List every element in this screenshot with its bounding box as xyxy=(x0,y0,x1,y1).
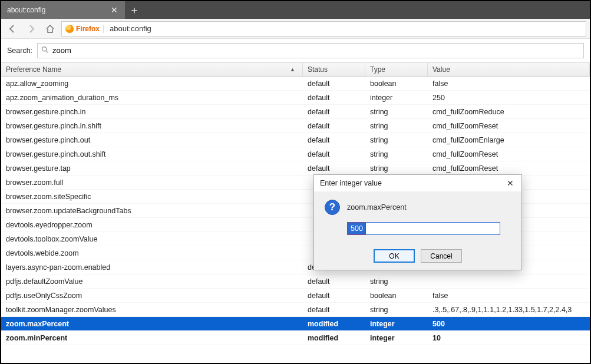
cell-value: false xyxy=(428,77,590,90)
cell-value: 250 xyxy=(428,91,590,104)
dialog-titlebar: Enter integer value ✕ xyxy=(314,175,521,191)
dialog-pref-name: zoom.maxPercent xyxy=(347,203,407,211)
cell-name: browser.gesture.pinch.out.shift xyxy=(1,147,303,161)
cell-status: default xyxy=(303,303,365,316)
table-row[interactable]: browser.gesture.pinch.indefaultstringcmd… xyxy=(1,105,590,119)
cancel-button[interactable]: Cancel xyxy=(421,249,462,263)
table-row[interactable]: apz.zoom_animation_duration_msdefaultint… xyxy=(1,91,590,105)
firefox-icon xyxy=(65,25,74,33)
cell-name: zoom.minPercent xyxy=(1,331,303,345)
cell-value: .3,.5,.67,.8,.9,1,1.1,1.2,1.33,1.5,1.7,2… xyxy=(428,303,590,316)
search-box[interactable] xyxy=(37,43,584,58)
cell-value: false xyxy=(428,289,590,302)
arrow-right-icon xyxy=(27,24,36,34)
cell-value: 500 xyxy=(428,317,590,330)
cell-status: default xyxy=(303,161,365,175)
new-tab-button[interactable]: ＋ xyxy=(125,1,144,19)
back-button[interactable] xyxy=(5,21,20,37)
cell-type: string xyxy=(365,133,428,147)
identity-label: Firefox xyxy=(76,25,100,33)
table-row[interactable]: toolkit.zoomManager.zoomValuesdefaultstr… xyxy=(1,303,590,317)
cell-type: string xyxy=(365,105,428,118)
table-row[interactable]: browser.gesture.tapdefaultstringcmd_full… xyxy=(1,161,590,176)
cell-type: boolean xyxy=(365,77,428,90)
column-header-name[interactable]: Preference Name ▲ xyxy=(1,63,303,76)
cell-name: devtools.eyedropper.zoom xyxy=(1,218,303,231)
table-row[interactable]: zoom.minPercentmodifiedinteger10 xyxy=(1,331,590,345)
table-row[interactable]: browser.gesture.pinch.out.shiftdefaultst… xyxy=(1,147,590,161)
cell-type: string xyxy=(365,274,428,288)
cell-status: default xyxy=(303,77,365,90)
cell-name: browser.gesture.pinch.out xyxy=(1,133,303,147)
cell-type: string xyxy=(365,303,428,316)
cell-name: browser.zoom.siteSpecific xyxy=(1,190,303,203)
cell-name: pdfjs.useOnlyCssZoom xyxy=(1,289,303,302)
cell-value: cmd_fullZoomReset xyxy=(428,147,590,161)
config-search-row: Search: xyxy=(1,39,590,62)
table-row[interactable]: pdfjs.useOnlyCssZoomdefaultbooleanfalse xyxy=(1,289,590,303)
column-header-value[interactable]: Value xyxy=(428,63,590,76)
prefs-table-header: Preference Name ▲ Status Type Value xyxy=(1,62,590,77)
cell-status: default xyxy=(303,274,365,288)
svg-point-0 xyxy=(42,47,47,51)
arrow-left-icon xyxy=(8,24,17,34)
cell-name: browser.zoom.full xyxy=(1,176,303,189)
cell-value: 10 xyxy=(428,331,590,345)
dialog-title: Enter integer value xyxy=(320,179,382,187)
column-header-type[interactable]: Type xyxy=(365,63,428,76)
cell-name: toolkit.zoomManager.zoomValues xyxy=(1,303,303,316)
cell-status: modified xyxy=(303,331,365,345)
cell-status: default xyxy=(303,289,365,302)
cell-type: string xyxy=(365,147,428,161)
cell-value: cmd_fullZoomReset xyxy=(428,119,590,133)
cell-name: apz.allow_zooming xyxy=(1,77,303,90)
url-bar[interactable]: Firefox about:config xyxy=(61,21,586,37)
url-text: about:config xyxy=(106,24,151,33)
browser-tab[interactable]: about:config ✕ xyxy=(1,1,125,19)
search-icon xyxy=(41,46,49,55)
tab-strip: about:config ✕ ＋ xyxy=(1,1,590,19)
cell-type: integer xyxy=(365,91,428,104)
close-icon[interactable]: ✕ xyxy=(501,176,519,190)
cell-name: devtools.toolbox.zoomValue xyxy=(1,232,303,246)
cell-type: boolean xyxy=(365,289,428,302)
cell-name: browser.gesture.tap xyxy=(1,161,303,175)
cell-type: integer xyxy=(365,331,428,345)
cell-value: cmd_fullZoomReset xyxy=(428,161,590,175)
ok-button[interactable]: OK xyxy=(374,249,415,263)
dialog-input-selection: 500 xyxy=(348,223,366,234)
cell-status: default xyxy=(303,133,365,147)
cell-type: string xyxy=(365,119,428,133)
cell-value: cmd_fullZoomReduce xyxy=(428,105,590,118)
cell-value xyxy=(428,274,590,288)
column-header-status[interactable]: Status xyxy=(303,63,365,76)
question-icon: ? xyxy=(325,200,340,215)
cell-name: browser.gesture.pinch.in.shift xyxy=(1,119,303,133)
cell-name: apz.zoom_animation_duration_ms xyxy=(1,91,303,104)
dialog-value-input[interactable]: 500 xyxy=(347,222,500,235)
cell-name: pdfjs.defaultZoomValue xyxy=(1,274,303,288)
forward-button[interactable] xyxy=(24,21,39,37)
table-row[interactable]: browser.gesture.pinch.in.shiftdefaultstr… xyxy=(1,119,590,133)
close-icon[interactable]: ✕ xyxy=(110,5,119,15)
cell-status: modified xyxy=(303,317,365,330)
cell-status: default xyxy=(303,147,365,161)
cell-name: browser.gesture.pinch.in xyxy=(1,105,303,118)
cell-type: string xyxy=(365,161,428,175)
cell-value: cmd_fullZoomEnlarge xyxy=(428,133,590,147)
identity-box[interactable]: Firefox xyxy=(65,25,104,33)
nav-toolbar: Firefox about:config xyxy=(1,19,590,39)
svg-line-1 xyxy=(46,51,48,52)
cell-name: layers.async-pan-zoom.enabled xyxy=(1,260,303,274)
cell-name: devtools.webide.zoom xyxy=(1,246,303,260)
cell-type: integer xyxy=(365,317,428,330)
search-input[interactable] xyxy=(52,46,580,55)
table-row[interactable]: zoom.maxPercentmodifiedinteger500 xyxy=(1,317,590,331)
home-icon xyxy=(45,24,55,34)
table-row[interactable]: pdfjs.defaultZoomValuedefaultstring xyxy=(1,274,590,289)
tab-title: about:config xyxy=(7,6,45,14)
cell-status: default xyxy=(303,105,365,118)
home-button[interactable] xyxy=(42,21,58,37)
table-row[interactable]: apz.allow_zoomingdefaultbooleanfalse xyxy=(1,77,590,91)
table-row[interactable]: browser.gesture.pinch.outdefaultstringcm… xyxy=(1,133,590,147)
